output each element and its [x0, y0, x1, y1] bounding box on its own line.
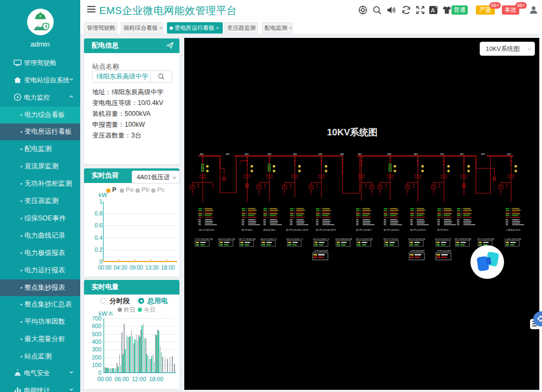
- svg-text:4A9: 4A9: [414, 153, 418, 155]
- svg-text:4A12出线4B09辅: 4A12出线4B09辅: [356, 238, 372, 241]
- svg-text:2F变压器温控: 2F变压器温控: [437, 250, 451, 252]
- svg-text:4A7: 4A7: [358, 153, 362, 155]
- svg-text:配2变压器4A04备用: 配2变压器4A04备用: [316, 228, 336, 232]
- svg-text:4A14出线4A02与: 4A14出线4A02与: [286, 238, 303, 240]
- svg-text:4A08出线4A01与: 4A08出线4A01与: [260, 238, 277, 240]
- svg-text:4B2: 4B2: [460, 153, 464, 155]
- svg-text:4A3: 4A3: [267, 153, 272, 155]
- svg-text:配2变压器4B43: 配2变压器4B43: [410, 228, 427, 232]
- svg-text:4B3: 4B3: [481, 153, 485, 155]
- svg-text:4A4: 4A4: [293, 153, 297, 155]
- svg-text:配2变压器4A07: 配2变压器4A07: [356, 228, 372, 232]
- svg-text:配电房4A03: 配电房4A03: [263, 228, 276, 232]
- svg-text:4A0: 4A0: [199, 153, 204, 155]
- svg-text:4B4: 4B4: [507, 153, 511, 155]
- svg-text:4A03出线4A01辅: 4A03出线4A01辅: [218, 238, 235, 241]
- svg-text:4A02出线柜4A1: 4A02出线柜4A1: [198, 228, 215, 231]
- svg-text:4A1: 4A1: [225, 153, 230, 155]
- svg-text:配2变4A02: 配2变4A02: [242, 228, 253, 232]
- svg-text:4B1: 4B1: [440, 153, 444, 155]
- svg-text:4A5: 4A5: [318, 153, 322, 155]
- svg-text:4A6: 4A6: [340, 153, 344, 155]
- svg-text:4A16出线4A02与: 4A16出线4A02与: [313, 238, 330, 240]
- svg-text:1F变压器温控: 1F变压器温控: [314, 250, 328, 252]
- svg-text:1#配电房4B48: 1#配电房4B48: [506, 228, 521, 232]
- svg-text:4B07电梯4B08辅: 4B07电梯4B08辅: [454, 238, 471, 241]
- svg-text:1#电容器柜4A01辅: 1#电容器柜4A01辅: [194, 238, 213, 241]
- svg-text:4B13出线4B09辅: 4B13出线4B09辅: [477, 238, 494, 241]
- svg-text:4A13475电4B0: 4A13475电4B0: [383, 238, 398, 240]
- svg-text:A: A: [431, 7, 435, 14]
- svg-text:10KV系统图: 10KV系统图: [327, 127, 378, 138]
- svg-text:4F变压器温控: 4F变压器温控: [410, 250, 425, 252]
- svg-text:4A2: 4A2: [244, 153, 249, 155]
- svg-text:配2变压器4B41: 配2变压器4B41: [384, 228, 400, 232]
- svg-text:4B42出线4B41辅: 4B42出线4B41辅: [408, 238, 425, 241]
- svg-text:4B44出线4B43与: 4B44出线4B43与: [435, 238, 451, 240]
- svg-text:4A8: 4A8: [387, 153, 391, 155]
- svg-text:4A07空调4A01辅: 4A07空调4A01辅: [238, 238, 255, 241]
- svg-text:配2变压器4A02 (备用): 配2变压器4A02 (备用): [286, 228, 309, 232]
- svg-text:1#4A出线4B09辅: 1#4A出线4B09辅: [504, 238, 521, 241]
- svg-text:4A09电梯4A08辅: 4A09电梯4A08辅: [335, 238, 352, 241]
- svg-text:配2变4B45: 配2变4B45: [437, 228, 449, 232]
